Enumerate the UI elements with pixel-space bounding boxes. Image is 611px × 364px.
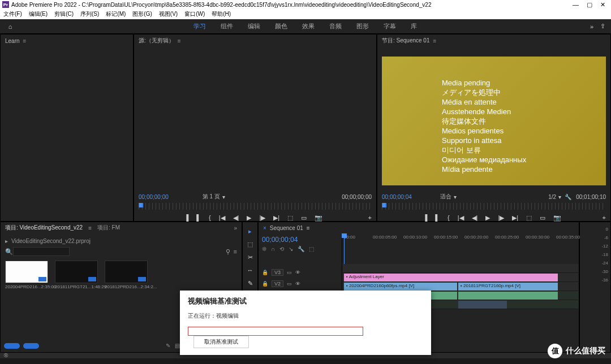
workspace-editing[interactable]: 编辑	[248, 22, 260, 31]
list-icon[interactable]: ≡	[234, 248, 237, 255]
clip-video[interactable]: ▪ 202004PRD2160p60fps.mp4 [V]	[344, 283, 457, 291]
track-v3[interactable]	[342, 264, 579, 273]
selection-tool-icon[interactable]: ▸	[246, 227, 255, 236]
cc-icon[interactable]: ⬚	[309, 246, 314, 252]
step-back-icon[interactable]: |◀	[458, 214, 464, 222]
filter-icon[interactable]: ⚲	[226, 248, 230, 255]
program-ruler[interactable]	[382, 203, 606, 210]
program-zoom[interactable]: 1/2	[548, 194, 556, 200]
timeline-timecode[interactable]: 00;00;00;04	[262, 236, 338, 244]
track-header-v3[interactable]: 🔒V3▭👁	[262, 268, 338, 277]
goto-in-icon[interactable]: {	[209, 214, 211, 221]
media-thumb[interactable]: 201811PRGT21...1:48:29	[55, 261, 98, 289]
next-frame-icon[interactable]: |▶	[259, 214, 265, 222]
close-button[interactable]: ✕	[600, 1, 605, 8]
source-page[interactable]: 第 1 页	[203, 193, 220, 201]
clip-video[interactable]: ▪ 201811PRGT2160p.mp4 [V]	[458, 283, 558, 291]
razor-tool-icon[interactable]: ↔	[246, 266, 255, 275]
mark-in-icon[interactable]: ▐	[423, 214, 427, 221]
menu-file[interactable]: 文件(F)	[3, 10, 22, 18]
workspace-overflow[interactable]: »	[590, 23, 593, 30]
project-overflow-icon[interactable]: »	[234, 225, 237, 231]
source-viewer[interactable]	[134, 47, 376, 189]
workspace-audio[interactable]: 音频	[329, 22, 342, 31]
snap-icon[interactable]: ❊	[262, 246, 266, 252]
lift-icon[interactable]: ⬚	[526, 214, 532, 222]
export-button[interactable]: ⇪	[600, 23, 605, 30]
step-back-icon[interactable]: |◀	[219, 214, 225, 222]
maximize-button[interactable]: ▢	[587, 1, 592, 8]
menu-view[interactable]: 视图(V)	[159, 10, 178, 18]
play-icon[interactable]: ▶	[247, 214, 251, 222]
project-search-input[interactable]	[13, 247, 70, 256]
add-button-icon[interactable]: +	[368, 214, 372, 221]
menu-graphics[interactable]: 图形(G)	[132, 10, 152, 18]
mark-out-icon[interactable]: ▌	[435, 214, 440, 221]
minimize-button[interactable]: —	[573, 1, 579, 8]
menu-markers[interactable]: 标记(M)	[106, 10, 126, 18]
workspace-color[interactable]: 颜色	[275, 22, 287, 31]
prev-frame-icon[interactable]: ◀|	[472, 214, 478, 222]
track-select-tool-icon[interactable]: ⬚	[246, 240, 255, 249]
workspace-assembly[interactable]: 组件	[221, 22, 233, 31]
step-fwd-icon[interactable]: ▶|	[273, 214, 279, 222]
mark-in-icon[interactable]: ▐	[184, 214, 188, 221]
menu-window[interactable]: 窗口(W)	[184, 10, 205, 18]
workspace-graphics[interactable]: 图形	[356, 22, 369, 31]
add-button-icon[interactable]: +	[603, 214, 606, 221]
program-menu-icon[interactable]: ≡	[433, 38, 437, 44]
source-menu-icon[interactable]: ≡	[178, 38, 181, 44]
clip-adjustment-layer[interactable]: ▪ Adjustment Layer	[344, 274, 558, 281]
record-icon[interactable]: ⦿	[3, 353, 8, 358]
workspace-captions[interactable]: 字幕	[384, 22, 396, 31]
clip-audio[interactable]	[458, 301, 507, 309]
track-header-v2[interactable]: 🔒V2▭👁	[262, 279, 338, 288]
folder-icon[interactable]: ▸	[5, 238, 8, 244]
lift-icon[interactable]: ⬚	[287, 214, 293, 222]
menu-edit[interactable]: 编辑(E)	[29, 10, 48, 18]
export-frame-icon[interactable]: 📷	[553, 214, 561, 222]
clip-audio[interactable]	[458, 292, 558, 300]
menu-clip[interactable]: 剪辑(C)	[54, 10, 74, 18]
marker-icon[interactable]: ⟲	[279, 246, 284, 252]
media-thumb[interactable]: 202004PRD216...2:35:00	[5, 261, 48, 289]
timeline-sequence-name[interactable]: Sequence 01	[270, 225, 303, 231]
settings-icon[interactable]: ↘	[289, 246, 293, 252]
fit-dropdown-icon[interactable]: ▾	[454, 194, 457, 200]
media-thumb[interactable]: 201812PRD216...2:34:2...	[105, 261, 148, 289]
source-tc-in[interactable]: 00;00;00;00	[139, 194, 169, 200]
project-tab-fm[interactable]: 项目: FM	[97, 224, 120, 232]
program-tc-in[interactable]: 00;00;00;04	[382, 194, 412, 200]
cancel-benchmark-button[interactable]: 取消基准测试	[193, 336, 249, 348]
mark-out-icon[interactable]: ▌	[196, 214, 201, 221]
workspace-effects[interactable]: 效果	[302, 22, 315, 31]
linked-selection-icon[interactable]: ∩	[271, 246, 275, 252]
menu-help[interactable]: 帮助(H)	[212, 10, 231, 18]
source-ruler[interactable]	[139, 203, 372, 210]
learn-menu-icon[interactable]: ≡	[23, 38, 27, 44]
prev-frame-icon[interactable]: ◀|	[233, 214, 239, 222]
workspace-learn[interactable]: 学习	[193, 22, 206, 31]
project-tab-main[interactable]: 项目: VideoEditingSecond_v22	[5, 224, 83, 232]
timeline-menu-icon[interactable]: ≡	[307, 225, 310, 231]
track-v2[interactable]: ▪ Adjustment Layer	[342, 273, 579, 282]
home-button[interactable]: ⌂	[0, 23, 20, 30]
wrench-icon[interactable]: 🔧	[565, 194, 571, 200]
timeline-ruler[interactable]: 00:00 00:00:05:00 00:00:10:00 00:00:15:0…	[342, 233, 579, 244]
workspace-libraries[interactable]: 库	[411, 22, 417, 31]
slip-tool-icon[interactable]: ✎	[246, 279, 255, 288]
extract-icon[interactable]: ▭	[301, 214, 307, 222]
program-fit[interactable]: 适合	[440, 193, 451, 201]
next-frame-icon[interactable]: |▶	[498, 214, 504, 222]
project-tab-menu-icon[interactable]: ≡	[88, 225, 92, 231]
extract-icon[interactable]: ▭	[540, 214, 545, 222]
ripple-tool-icon[interactable]: ✂	[246, 253, 255, 262]
step-fwd-icon[interactable]: ▶|	[512, 214, 518, 222]
track-v1[interactable]: ▪ 202004PRD2160p60fps.mp4 [V] ▪ 201811PR…	[342, 282, 579, 291]
menu-sequence[interactable]: 序列(S)	[80, 10, 99, 18]
zoom-dropdown-icon[interactable]: ▾	[558, 194, 561, 200]
play-icon[interactable]: ▶	[485, 214, 490, 222]
timeline-close-icon[interactable]: ×	[263, 225, 266, 231]
zoom-slider[interactable]	[4, 343, 20, 349]
list-view-icon[interactable]: ▤	[175, 343, 180, 349]
